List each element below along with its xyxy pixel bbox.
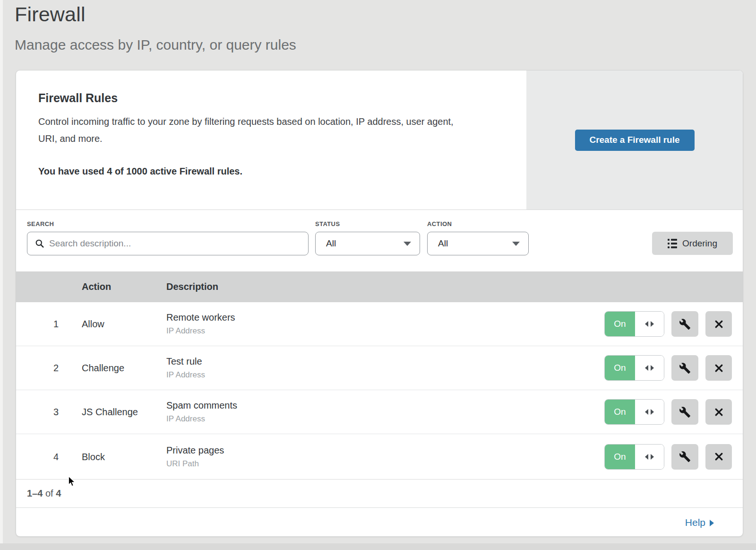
- card-footer: Help: [16, 508, 743, 537]
- action-label: ACTION: [427, 220, 452, 227]
- table-header: Action Description: [16, 271, 743, 302]
- column-header-description: Description: [166, 281, 218, 292]
- status-select[interactable]: All: [315, 232, 420, 255]
- firewall-rules-intro-section: Create a Firewall rule Firewall Rules Co…: [16, 70, 743, 210]
- search-box[interactable]: [27, 232, 309, 255]
- delete-rule-button[interactable]: [705, 311, 732, 337]
- table-row: 1 Allow Remote workers IP Address On: [16, 302, 743, 346]
- rule-action: Block: [82, 451, 105, 462]
- wrench-icon: [679, 362, 691, 374]
- rule-description: Test rule: [166, 356, 205, 367]
- pagination-range: 1–4: [27, 488, 43, 499]
- mouse-cursor: [68, 476, 77, 489]
- arrow-right-icon: [651, 454, 654, 460]
- toggle-handle[interactable]: [635, 445, 664, 469]
- create-firewall-rule-button[interactable]: Create a Firewall rule: [575, 130, 695, 151]
- delete-rule-button[interactable]: [705, 399, 732, 425]
- table-row: 2 Challenge Test rule IP Address On: [16, 346, 743, 390]
- toggle-on-label[interactable]: On: [605, 445, 635, 469]
- arrow-right-icon: [651, 321, 654, 327]
- action-select[interactable]: All: [427, 232, 529, 255]
- page-subtitle: Manage access by IP, country, or query r…: [15, 37, 296, 53]
- create-rule-panel: Create a Firewall rule: [526, 70, 743, 210]
- edit-rule-button[interactable]: [671, 355, 698, 381]
- toggle-handle[interactable]: [635, 312, 664, 336]
- page-title: Firewall: [15, 3, 86, 26]
- arrow-right-icon: [651, 365, 654, 371]
- rule-match-type: IP Address: [166, 326, 235, 336]
- toggle-on-label[interactable]: On: [605, 312, 635, 336]
- rule-priority: 4: [47, 451, 59, 462]
- rule-action: JS Challenge: [82, 407, 138, 418]
- toggle-on-label[interactable]: On: [605, 400, 635, 424]
- edit-rule-button[interactable]: [671, 444, 698, 470]
- wrench-icon: [679, 451, 691, 463]
- rule-enabled-toggle[interactable]: On: [604, 311, 664, 337]
- ordered-list-icon: [668, 239, 677, 248]
- arrow-left-icon: [645, 321, 648, 327]
- search-label: SEARCH: [27, 220, 54, 227]
- chevron-down-icon: [404, 242, 411, 246]
- rule-enabled-toggle[interactable]: On: [604, 355, 664, 381]
- close-icon: [713, 319, 724, 330]
- rule-description: Spam comments: [166, 400, 237, 411]
- rule-priority: 1: [47, 319, 59, 330]
- close-icon: [713, 451, 724, 462]
- rule-description: Private pages: [166, 445, 224, 456]
- rule-match-type: IP Address: [166, 370, 205, 380]
- rule-action: Challenge: [82, 363, 124, 374]
- arrow-left-icon: [645, 454, 648, 460]
- window-left-edge: [0, 0, 3, 550]
- rule-enabled-toggle[interactable]: On: [604, 444, 664, 470]
- arrow-left-icon: [645, 365, 648, 371]
- toggle-handle[interactable]: [635, 356, 664, 380]
- close-icon: [713, 363, 724, 374]
- firewall-rules-heading: Firewall Rules: [38, 91, 118, 105]
- pagination-status: 1–4 of 4: [16, 480, 743, 508]
- rules-table-body: 1 Allow Remote workers IP Address On 2 C…: [16, 302, 743, 480]
- search-input[interactable]: [49, 238, 308, 249]
- rule-action: Allow: [82, 319, 104, 330]
- wrench-icon: [679, 406, 691, 418]
- arrow-right-icon: [651, 409, 654, 415]
- chevron-down-icon: [512, 242, 520, 246]
- pagination-of-label: of: [45, 488, 53, 499]
- rule-match-type: IP Address: [166, 414, 237, 424]
- close-icon: [713, 407, 724, 418]
- rule-enabled-toggle[interactable]: On: [604, 399, 664, 425]
- wrench-icon: [679, 318, 691, 330]
- status-label: STATUS: [315, 220, 340, 227]
- pagination-total: 4: [56, 488, 61, 499]
- arrow-left-icon: [645, 409, 648, 415]
- firewall-rules-description: Control incoming traffic to your zone by…: [38, 113, 454, 147]
- rule-description: Remote workers: [166, 312, 235, 323]
- delete-rule-button[interactable]: [705, 444, 732, 470]
- edit-rule-button[interactable]: [671, 399, 698, 425]
- firewall-rules-card: Create a Firewall rule Firewall Rules Co…: [16, 70, 743, 537]
- rule-match-type: URI Path: [166, 459, 224, 469]
- edit-rule-button[interactable]: [671, 311, 698, 337]
- table-row: 3 JS Challenge Spam comments IP Address …: [16, 390, 743, 434]
- status-select-value: All: [326, 238, 336, 249]
- filters-bar: SEARCH STATUS All ACTION All Ordering: [16, 210, 743, 271]
- rule-priority: 3: [47, 407, 59, 418]
- rules-usage-text: You have used 4 of 1000 active Firewall …: [38, 166, 242, 177]
- toggle-handle[interactable]: [635, 400, 664, 424]
- rule-priority: 2: [47, 363, 59, 374]
- column-header-action: Action: [82, 281, 111, 292]
- chevron-right-icon: [710, 520, 714, 526]
- help-link[interactable]: Help: [685, 517, 714, 528]
- action-select-value: All: [438, 238, 448, 249]
- search-icon: [35, 239, 44, 248]
- ordering-button[interactable]: Ordering: [652, 232, 733, 255]
- help-link-label: Help: [685, 517, 705, 528]
- window-bottom-edge: [0, 543, 756, 550]
- ordering-button-label: Ordering: [682, 238, 717, 249]
- toggle-on-label[interactable]: On: [605, 356, 635, 380]
- table-row: 4 Block Private pages URI Path On: [16, 434, 743, 480]
- delete-rule-button[interactable]: [705, 355, 732, 381]
